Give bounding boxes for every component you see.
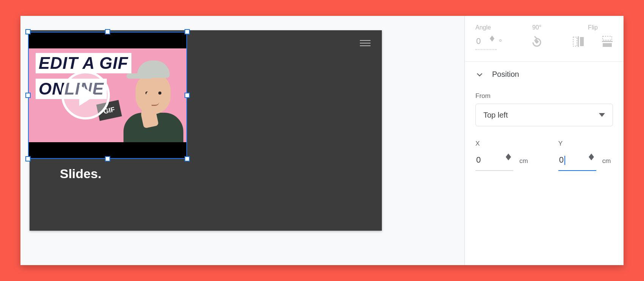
svg-marker-10 (506, 154, 511, 157)
from-value: Top left (483, 111, 508, 120)
svg-marker-5 (580, 37, 584, 46)
flip-vertical-icon[interactable] (600, 35, 614, 48)
slide[interactable]: Slides. EDIT A GIF ONLINE GIF (30, 30, 382, 231)
y-stepper[interactable] (589, 154, 596, 160)
x-unit: cm (519, 157, 528, 165)
svg-marker-1 (490, 39, 494, 42)
angle-input[interactable]: 0 ° (475, 35, 502, 50)
rotate-90-icon[interactable] (530, 35, 544, 48)
angle-unit: ° (499, 38, 502, 47)
position-section: Position From Top left X 0 (465, 62, 624, 186)
x-label: X (475, 140, 528, 147)
resize-handle-n[interactable] (105, 29, 110, 34)
from-label: From (475, 92, 613, 100)
dropdown-caret-icon (599, 113, 605, 117)
y-label: Y (558, 140, 611, 147)
text-caret (564, 156, 565, 165)
flip-label: Flip (588, 24, 598, 31)
play-icon[interactable] (61, 71, 110, 120)
svg-marker-8 (603, 43, 612, 47)
svg-rect-6 (602, 41, 613, 42)
x-stepper[interactable] (506, 154, 513, 160)
resize-handle-w[interactable] (25, 93, 31, 98)
resize-handle-s[interactable] (105, 156, 110, 161)
svg-marker-7 (603, 36, 612, 40)
y-input[interactable]: 0 cm (558, 151, 611, 171)
slide-body-text: Slides. (60, 166, 102, 181)
app-frame: Slides. EDIT A GIF ONLINE GIF (20, 16, 624, 265)
x-input[interactable]: 0 cm (475, 151, 528, 171)
svg-rect-3 (578, 36, 579, 47)
resize-handle-e[interactable] (184, 93, 190, 98)
rotation-section: Angle 0 ° 90° (465, 16, 624, 62)
angle-label: Angle (475, 24, 502, 31)
svg-marker-0 (490, 36, 494, 39)
svg-marker-13 (589, 157, 594, 160)
format-sidebar: Angle 0 ° 90° (464, 16, 624, 265)
resize-handle-nw[interactable] (25, 29, 31, 34)
canvas-area[interactable]: Slides. EDIT A GIF ONLINE GIF (20, 16, 464, 265)
svg-marker-4 (573, 37, 577, 46)
chevron-down-icon (475, 70, 484, 79)
thumbnail-text-line1: EDIT A GIF (36, 53, 131, 73)
hamburger-icon[interactable] (360, 40, 370, 46)
resize-handle-sw[interactable] (25, 156, 31, 161)
y-unit: cm (602, 157, 611, 165)
resize-handle-ne[interactable] (184, 29, 190, 34)
svg-marker-11 (506, 157, 511, 160)
rotate-90-label: 90° (532, 24, 541, 31)
position-title: Position (492, 70, 519, 79)
flip-horizontal-icon[interactable] (572, 35, 585, 48)
video-thumbnail[interactable]: EDIT A GIF ONLINE GIF (28, 32, 187, 159)
thumbnail-person (120, 59, 184, 142)
angle-stepper[interactable] (490, 36, 496, 42)
svg-marker-12 (589, 154, 594, 157)
svg-marker-9 (599, 113, 605, 117)
selected-video-object[interactable]: EDIT A GIF ONLINE GIF (24, 28, 191, 163)
position-header[interactable]: Position (475, 70, 613, 79)
resize-handle-se[interactable] (184, 156, 190, 161)
from-select[interactable]: Top left (475, 104, 613, 126)
